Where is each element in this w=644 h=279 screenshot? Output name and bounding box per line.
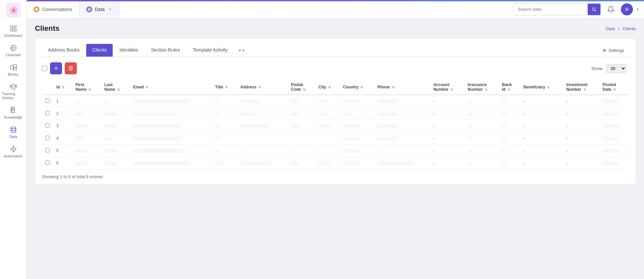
avatar[interactable]: U (621, 3, 633, 15)
search-input[interactable] (514, 7, 588, 12)
cell-title-5: —— (212, 157, 237, 169)
sidebar-item-automation[interactable]: Automation (0, 142, 26, 161)
col-last-name[interactable]: LastName ⇅ (101, 80, 130, 95)
search-box (514, 3, 601, 15)
data-table-wrapper: Id ⇅ FirstName ⇅ LastName ⇅ Email ⇅ Titl… (42, 80, 629, 169)
pagination-info: Showing 1 to 6 of total 6 entries (42, 174, 629, 179)
cell-first-name-4: ——— (72, 145, 101, 157)
cell-email-4: ————————————— (130, 145, 212, 157)
show-label: Show: (591, 66, 603, 71)
sidebar-item-channels[interactable]: Channels (0, 41, 26, 60)
row-checkbox-4[interactable] (45, 148, 50, 152)
cell-first-name-5: ——— (72, 157, 101, 169)
svg-rect-15 (88, 8, 91, 9)
cell-insurance-number-0: — (464, 95, 498, 108)
sidebar-item-training[interactable]: Training History (0, 80, 26, 103)
svg-rect-11 (11, 107, 14, 113)
topbar-tabs: Conversations Data ✕ (27, 0, 120, 18)
row-checkbox-0[interactable] (45, 98, 50, 103)
cell-posted-date-1: ———— (599, 108, 629, 120)
cell-bank-id-3: — (499, 132, 520, 145)
cell-bank-id-5: — (499, 157, 520, 169)
cell-city-3: - (315, 132, 340, 145)
row-checkbox-5[interactable] (45, 160, 50, 165)
purple-accent-bar (27, 0, 644, 1)
cell-postal-code-1: —— (287, 108, 315, 120)
tab-clients[interactable]: Clients (86, 44, 113, 57)
tab-conversations[interactable]: Conversations (27, 0, 79, 18)
search-button[interactable] (588, 3, 600, 15)
show-select[interactable]: 10 20 30 50 100 (606, 64, 626, 73)
delete-button[interactable] (65, 62, 77, 74)
col-id[interactable]: Id ⇅ (53, 80, 72, 95)
add-button[interactable]: + (50, 62, 62, 74)
col-posted-date[interactable]: PostedDate ⇅ (599, 80, 629, 95)
settings-button[interactable]: ⚙ Settings (598, 45, 629, 56)
select-all-checkbox[interactable] (42, 66, 47, 71)
tab-section-rules[interactable]: Section Rules (145, 44, 186, 57)
col-account-number[interactable]: AccountNumber ⇅ (430, 80, 464, 95)
col-country[interactable]: Country ⇅ (339, 80, 374, 95)
tab-add[interactable]: + ▾ (234, 45, 248, 56)
cell-id-5: 6 (53, 157, 72, 169)
sidebar-item-blocks[interactable]: Blocks (0, 60, 26, 80)
cell-phone-3: ————— (374, 132, 430, 145)
sidebar-item-dashboard[interactable]: Dashboard (0, 21, 26, 41)
cell-insurance-number-5: — (464, 157, 498, 169)
col-investment-number[interactable]: InvestmentNumber ⇅ (563, 80, 599, 95)
col-title[interactable]: Title ⇅ (212, 80, 237, 95)
col-bank-id[interactable]: BankId ⇅ (499, 80, 520, 95)
col-postal-code[interactable]: PostalCode ⇅ (287, 80, 315, 95)
col-first-name[interactable]: FirstName ⇅ (72, 80, 101, 95)
cell-city-2: ——— (315, 120, 340, 132)
cell-phone-1: ————— (374, 108, 430, 120)
cell-title-1: — (212, 108, 237, 120)
cell-postal-code-4: - (287, 145, 315, 157)
row-checkbox-1[interactable] (45, 111, 50, 115)
tab-address-books[interactable]: Address Books (42, 44, 86, 57)
cell-account-number-5: - (430, 157, 464, 169)
breadcrumb-data[interactable]: Data (606, 26, 615, 31)
row-checkbox-2[interactable] (45, 123, 50, 128)
sidebar-item-knowledge[interactable]: Knowledge (0, 103, 26, 123)
col-email[interactable]: Email ⇅ (130, 80, 212, 95)
col-phone[interactable]: Phone ⇅ (374, 80, 430, 95)
cell-address-4: - (237, 145, 287, 157)
col-beneficiary[interactable]: Beneficiary ⇅ (520, 80, 563, 95)
cell-last-name-3: —— (101, 132, 130, 145)
svg-rect-16 (88, 9, 91, 10)
sidebar-item-data-label: Data (9, 135, 17, 139)
cell-first-name-0: — (72, 95, 101, 108)
cell-account-number-1: - (430, 108, 464, 120)
cell-email-5: —————————————— (130, 157, 212, 169)
tab-data[interactable]: Data ✕ (79, 0, 120, 18)
cell-account-number-3: - (430, 132, 464, 145)
cell-id-0: 1 (53, 95, 72, 108)
sidebar-item-data[interactable]: Data (0, 123, 26, 142)
svg-point-12 (11, 127, 16, 129)
cell-country-3: ———— (339, 132, 374, 145)
cell-bank-id-4: — (499, 145, 520, 157)
toolbar: + Show: 10 20 30 50 (42, 62, 629, 74)
table-row: 4 —— —— ———————————— — - - - ———— ————— … (42, 132, 629, 145)
tab-data-close[interactable]: ✕ (107, 7, 113, 12)
cell-country-0: ———— (339, 95, 374, 108)
col-address[interactable]: Address ⇅ (237, 80, 287, 95)
col-city[interactable]: City ⇅ (315, 80, 340, 95)
cell-beneficiary-4: - (520, 145, 563, 157)
avatar-chevron-icon[interactable]: ▾ (637, 7, 639, 11)
col-insurance-number[interactable]: InsuranceNumber ⇅ (464, 80, 498, 95)
table-header-row: Id ⇅ FirstName ⇅ LastName ⇅ Email ⇅ Titl… (42, 80, 629, 95)
notifications-button[interactable] (605, 3, 617, 15)
row-checkbox-3[interactable] (45, 136, 50, 140)
sidebar-item-blocks-label: Blocks (8, 72, 18, 76)
tab-template-activity[interactable]: Template Activity (186, 44, 233, 57)
app-logo[interactable]: 🌸 (6, 3, 21, 17)
cell-city-1: —— (315, 108, 340, 120)
sidebar-item-automation-label: Automation (4, 154, 23, 158)
table-row: 1 — — —————————————— — ————— —— —— ———— … (42, 95, 629, 108)
cell-investment-number-0: - (563, 95, 599, 108)
toolbar-left: + (42, 62, 77, 74)
cell-id-4: 5 (53, 145, 72, 157)
tab-identities[interactable]: Identities (113, 44, 144, 57)
